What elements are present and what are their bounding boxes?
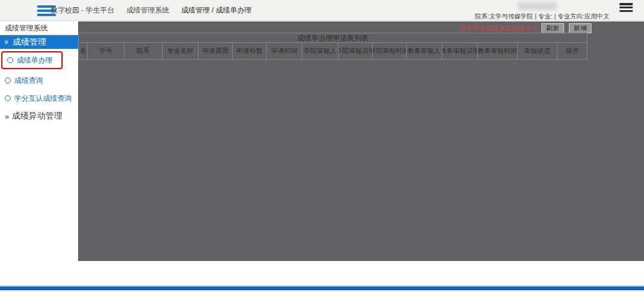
column-header: 操作 xyxy=(557,43,587,59)
radio-circle-icon xyxy=(5,77,11,83)
sidebar-item-transcript[interactable]: 成绩单办理 xyxy=(2,54,61,66)
column-header: 申请时间 xyxy=(266,43,302,59)
breadcrumb-system[interactable]: 成绩管理系统 xyxy=(126,5,169,15)
page: 数字校园 - 学生平台 成绩管理系统 成绩管理 / 成绩单办理 院系:文学与传媒… xyxy=(0,0,644,292)
chevron-right-icon: » xyxy=(5,112,9,121)
refresh-button[interactable]: 刷新 xyxy=(541,23,564,33)
radio-circle-icon xyxy=(5,95,11,101)
sidebar-item-credit-query[interactable]: 学分互认成绩查询 xyxy=(0,92,78,104)
footer-accent-bar xyxy=(0,285,644,290)
column-header: 教务审核时间 xyxy=(477,43,517,59)
main-content: 历史申请成绩单总份数:0份 刷新 新增 成绩单办理申请表列表 名学号院系专业名称… xyxy=(78,21,644,261)
chevron-down-icon: » xyxy=(2,40,11,44)
column-header: 学院审核说明 xyxy=(338,43,372,59)
sidebar: 成绩管理系统 » 成绩管理 成绩单办理 成绩查询 学分互认成绩查询 » 成绩异动… xyxy=(0,21,78,292)
sidebar-group-label: 成绩管理 xyxy=(13,37,46,48)
breadcrumb: 数字校园 - 学生平台 成绩管理系统 成绩管理 / 成绩单办理 xyxy=(51,0,252,20)
sidebar-title: 成绩管理系统 xyxy=(0,21,78,35)
sidebar-item-grade-query[interactable]: 成绩查询 xyxy=(0,74,78,86)
column-header: 教务审核人 xyxy=(406,43,442,59)
column-header: 申请份数 xyxy=(232,43,266,59)
add-button[interactable]: 新增 xyxy=(569,23,592,33)
sidebar-group-grade-change[interactable]: » 成绩异动管理 xyxy=(0,111,78,122)
column-header: 审核状态 xyxy=(517,43,557,59)
user-info-text: 院系:文学与传媒学院 | 专业: | 专业方向:应用中文 xyxy=(475,13,609,21)
breadcrumb-platform[interactable]: 数字校园 - 学生平台 xyxy=(51,5,114,15)
sidebar-item-label: 成绩查询 xyxy=(14,76,43,86)
breadcrumb-current[interactable]: 成绩管理 / 成绩单办理 xyxy=(181,5,252,15)
sidebar-group-label: 成绩异动管理 xyxy=(12,111,62,122)
column-header: 学院审核人 xyxy=(302,43,338,59)
transcript-application-table: 成绩单办理申请表列表 名学号院系专业名称申请原因申请份数申请时间学院审核人学院审… xyxy=(78,33,587,60)
column-header: 学号 xyxy=(87,43,124,59)
sidebar-group-grade-management[interactable]: » 成绩管理 xyxy=(0,35,78,49)
column-header: 专业名称 xyxy=(162,43,198,59)
column-header: 院系 xyxy=(124,43,162,59)
options-menu-icon[interactable] xyxy=(620,3,633,12)
column-header: 学院审核时间 xyxy=(372,43,406,59)
top-bar: 数字校园 - 学生平台 成绩管理系统 成绩管理 / 成绩单办理 院系:文学与传媒… xyxy=(0,0,644,21)
sidebar-item-label: 学分互认成绩查询 xyxy=(14,94,72,104)
radio-circle-icon xyxy=(7,57,13,63)
user-name-redacted xyxy=(518,2,557,10)
column-header: 教务审核说明 xyxy=(442,43,478,59)
history-count-note: 历史申请成绩单总份数:0份 xyxy=(459,24,537,33)
column-header: 名 xyxy=(79,43,87,59)
table-header-row: 名学号院系专业名称申请原因申请份数申请时间学院审核人学院审核说明学院审核时间教务… xyxy=(79,43,587,59)
toolbar: 历史申请成绩单总份数:0份 刷新 新增 xyxy=(459,23,592,33)
sidebar-item-label: 成绩单办理 xyxy=(17,55,52,66)
annotation-red-box: 成绩单办理 xyxy=(1,51,63,69)
column-header: 申请原因 xyxy=(198,43,233,59)
table-title: 成绩单办理申请表列表 xyxy=(79,33,587,43)
